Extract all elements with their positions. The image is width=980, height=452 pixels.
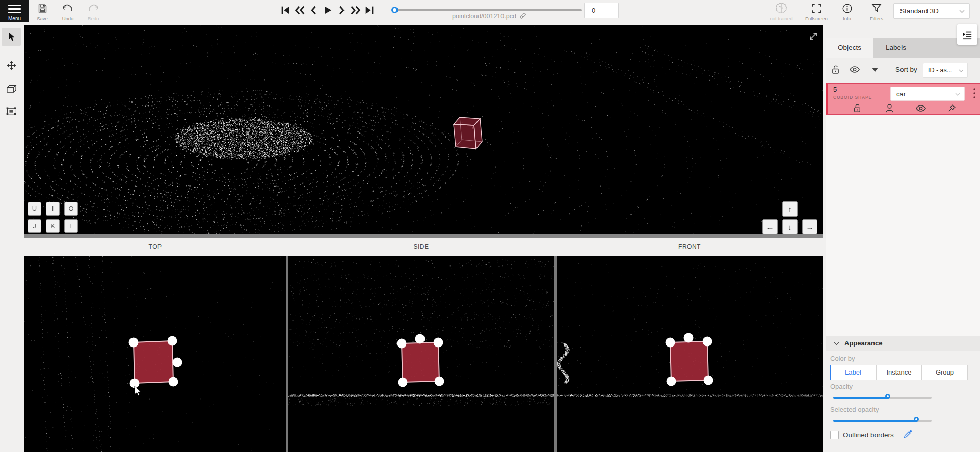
frame-slider-handle[interactable]: [391, 7, 398, 13]
object-visibility-button[interactable]: [916, 103, 926, 113]
kebab-menu-icon[interactable]: [973, 88, 976, 99]
horizontal-resizer[interactable]: [24, 234, 823, 238]
chevron-down-icon: [959, 69, 964, 72]
eye-icon[interactable]: [850, 66, 860, 73]
cuboid-tool-button[interactable]: [2, 79, 21, 98]
appearance-section-header[interactable]: Appearance: [826, 336, 980, 351]
opacity-slider-handle[interactable]: [885, 394, 890, 399]
eye-icon: [916, 104, 926, 112]
object-class-dropdown[interactable]: car: [890, 87, 965, 101]
object-shape-type: CUBOID SHAPE: [833, 95, 872, 100]
top-view-label: TOP: [24, 243, 286, 250]
key-hint-l[interactable]: L: [64, 219, 78, 233]
eyedropper-icon[interactable]: [904, 429, 913, 438]
opacity-slider[interactable]: [833, 394, 932, 402]
cuboid-tool-icon: [6, 84, 17, 94]
filter-icon: [862, 2, 891, 14]
frame-input[interactable]: [584, 3, 619, 18]
side-view-label: SIDE: [288, 243, 554, 250]
objects-controls-row: Sort by ID - as...: [826, 58, 980, 83]
person-icon: [885, 103, 894, 113]
filename-text: pointcloud/001210.pcd: [452, 13, 516, 20]
key-hint-k[interactable]: K: [46, 219, 60, 233]
projection-views: [24, 256, 823, 452]
object-list-empty-area: [826, 115, 980, 336]
arrow-left-button[interactable]: ←: [762, 219, 778, 234]
fullscreen-icon: [802, 2, 831, 14]
link-icon[interactable]: [519, 12, 526, 19]
redo-button[interactable]: Redo: [79, 1, 108, 21]
top-projection-view[interactable]: [24, 256, 286, 452]
cursor-tool-icon: [7, 32, 16, 42]
top-toolbar: Menu Save Undo Redo: [0, 0, 980, 22]
color-by-group-button[interactable]: Group: [922, 365, 968, 380]
color-by-label-button[interactable]: Label: [830, 365, 876, 380]
undo-icon: [54, 2, 82, 14]
play-button[interactable]: [321, 4, 334, 17]
sort-dropdown-value: ID - as...: [928, 67, 952, 74]
outlined-borders-checkbox[interactable]: [830, 431, 839, 439]
selected-opacity-slider[interactable]: [833, 417, 932, 425]
fast-rewind-button[interactable]: [293, 4, 306, 17]
arrow-right-button[interactable]: →: [802, 219, 817, 234]
key-hint-o[interactable]: O: [64, 202, 78, 216]
frame-slider-track[interactable]: [392, 9, 582, 11]
filename-row: pointcloud/001210.pcd: [423, 12, 555, 20]
view-mode-dropdown[interactable]: Standard 3D: [893, 3, 970, 19]
arrow-down-button[interactable]: ↓: [782, 219, 798, 234]
outlined-borders-label: Outlined borders: [843, 431, 894, 439]
object-lock-button[interactable]: [852, 103, 862, 113]
side-view-canvas[interactable]: [288, 256, 554, 452]
color-by-instance-button[interactable]: Instance: [876, 365, 922, 380]
hamburger-icon: [8, 5, 21, 15]
object-pin-button[interactable]: [946, 103, 957, 113]
tab-labels[interactable]: Labels: [873, 38, 919, 58]
expand-icon[interactable]: [808, 31, 818, 41]
collapse-panel-button[interactable]: [957, 24, 977, 45]
fullscreen-button[interactable]: Fullscreen: [802, 1, 831, 21]
info-button[interactable]: Info: [833, 1, 861, 21]
front-projection-view[interactable]: [557, 256, 823, 452]
save-icon: [28, 2, 57, 14]
save-button[interactable]: Save: [28, 1, 57, 21]
key-hint-i[interactable]: I: [46, 202, 60, 216]
menu-button[interactable]: Menu: [0, 0, 29, 22]
lock-open-icon: [853, 103, 861, 113]
sort-dropdown[interactable]: ID - as...: [923, 63, 968, 78]
pan-tool-button[interactable]: [2, 56, 21, 74]
redo-icon: [79, 2, 108, 14]
frame-tool-button[interactable]: [2, 102, 21, 120]
select-tool-button[interactable]: [2, 28, 21, 46]
color-by-label: Color by: [830, 355, 855, 362]
collapse-panel-icon: [962, 30, 972, 40]
pointcloud-3d-canvas[interactable]: [24, 25, 823, 234]
triangle-down-icon[interactable]: [872, 68, 878, 72]
skip-first-button[interactable]: [279, 4, 292, 17]
front-view-label: FRONT: [557, 243, 823, 250]
menu-label: Menu: [0, 16, 29, 21]
left-toolbar: [0, 22, 22, 452]
chevron-down-icon: [955, 93, 960, 96]
prev-frame-button[interactable]: [307, 4, 321, 17]
right-panel: Objects Labels Sort by ID - as... 5 CUBO…: [826, 22, 980, 452]
object-card[interactable]: 5 CUBOID SHAPE car: [826, 83, 980, 115]
key-hint-u[interactable]: U: [28, 202, 41, 216]
side-projection-view[interactable]: [288, 256, 554, 452]
pointcloud-3d-view[interactable]: U I O J K L ↑ ← ↓ →: [24, 25, 823, 234]
appearance-title: Appearance: [844, 339, 882, 347]
sort-by-label: Sort by: [895, 66, 917, 73]
object-id: 5: [833, 86, 837, 93]
arrow-up-button[interactable]: ↑: [782, 201, 798, 217]
top-view-canvas[interactable]: [24, 256, 286, 452]
skip-last-button[interactable]: [363, 4, 376, 17]
selected-opacity-slider-handle[interactable]: [914, 417, 919, 422]
next-frame-button[interactable]: [335, 4, 348, 17]
fast-forward-button[interactable]: [349, 4, 362, 17]
filters-button[interactable]: Filters: [862, 1, 891, 21]
key-hint-j[interactable]: J: [28, 219, 41, 233]
front-view-canvas[interactable]: [557, 256, 823, 452]
undo-button[interactable]: Undo: [54, 1, 82, 21]
object-author-button[interactable]: [884, 103, 894, 113]
lock-open-icon[interactable]: [831, 65, 840, 74]
tab-objects[interactable]: Objects: [826, 38, 873, 58]
